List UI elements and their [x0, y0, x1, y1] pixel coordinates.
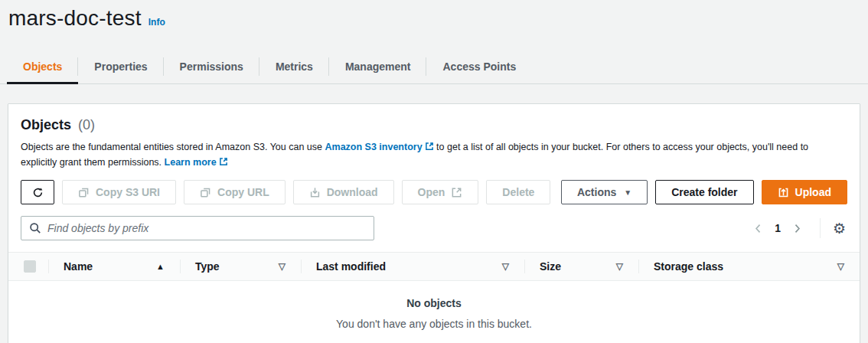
panel-title: Objects — [21, 117, 71, 132]
tab-access-points[interactable]: Access Points — [426, 51, 532, 83]
sort-icon: ▽ — [616, 261, 623, 272]
sort-icon: ▽ — [279, 261, 286, 272]
gear-icon: ⚙ — [833, 220, 846, 237]
select-all-cell — [8, 253, 48, 280]
preferences-button[interactable]: ⚙ — [831, 220, 847, 237]
toolbar: Copy S3 URI Copy URL Download Open Delet… — [8, 173, 860, 214]
open-button[interactable]: Open — [402, 180, 479, 204]
copy-s3-uri-button[interactable]: Copy S3 URI — [62, 180, 176, 204]
description-text: Objects are the fundamental entities sto… — [21, 142, 325, 152]
copy-icon — [200, 187, 211, 198]
caret-down-icon: ▼ — [624, 188, 631, 197]
search-box — [21, 216, 374, 240]
column-header-name[interactable]: Name ▲ — [48, 253, 180, 280]
external-link-icon — [425, 140, 434, 149]
sort-icon: ▽ — [502, 261, 509, 272]
search-input[interactable] — [21, 216, 374, 240]
table-header: Name ▲ Type ▽ Last modified ▽ Size ▽ Sto… — [8, 252, 860, 281]
copy-url-button[interactable]: Copy URL — [184, 180, 286, 204]
pagination-divider — [820, 218, 821, 238]
search-icon — [29, 222, 41, 234]
column-header-type[interactable]: Type ▽ — [180, 253, 301, 280]
refresh-icon — [32, 187, 44, 198]
tab-bar: Objects Properties Permissions Metrics M… — [0, 51, 868, 84]
column-header-storage-class[interactable]: Storage class ▽ — [638, 253, 860, 280]
pagination: 1 ⚙ — [748, 218, 847, 238]
actions-button[interactable]: Actions ▼ — [561, 180, 648, 204]
page-title: mars-doc-test — [8, 6, 142, 30]
create-folder-button[interactable]: Create folder — [655, 180, 753, 204]
object-count: (0) — [78, 117, 95, 132]
upload-button[interactable]: Upload — [762, 180, 847, 204]
sort-icon: ▽ — [837, 261, 844, 272]
info-link[interactable]: Info — [148, 17, 165, 28]
column-header-size[interactable]: Size ▽ — [524, 253, 638, 280]
download-icon — [309, 187, 321, 198]
tab-permissions[interactable]: Permissions — [164, 51, 259, 83]
refresh-button[interactable] — [21, 180, 54, 204]
filter-row: 1 ⚙ — [8, 214, 860, 252]
s3-inventory-link[interactable]: Amazon S3 inventory — [325, 142, 433, 152]
empty-state-message: You don't have any objects in this bucke… — [8, 318, 860, 330]
download-button[interactable]: Download — [293, 180, 394, 204]
next-page-button[interactable] — [788, 218, 808, 238]
learn-more-link[interactable]: Learn more — [165, 157, 228, 168]
chevron-left-icon — [753, 224, 763, 234]
empty-state-title: No objects — [8, 297, 860, 309]
select-all-checkbox[interactable] — [24, 260, 36, 273]
empty-state: No objects You don't have any objects in… — [8, 281, 860, 330]
sort-ascending-icon: ▲ — [156, 262, 165, 271]
tab-metrics[interactable]: Metrics — [259, 51, 329, 83]
external-link-icon — [451, 187, 462, 198]
tab-properties[interactable]: Properties — [78, 51, 163, 83]
previous-page-button[interactable] — [748, 218, 768, 238]
page-header: mars-doc-testInfo — [0, 0, 868, 31]
column-header-last-modified[interactable]: Last modified ▽ — [301, 253, 524, 280]
chevron-right-icon — [792, 224, 802, 234]
external-link-icon — [219, 155, 228, 165]
objects-panel: Objects (0) Objects are the fundamental … — [8, 103, 860, 343]
panel-description: Objects are the fundamental entities sto… — [21, 139, 844, 170]
current-page[interactable]: 1 — [768, 222, 788, 234]
copy-icon — [78, 187, 90, 198]
tab-objects[interactable]: Objects — [7, 51, 78, 83]
delete-button[interactable]: Delete — [486, 180, 550, 204]
upload-icon — [778, 187, 789, 198]
panel-header: Objects (0) Objects are the fundamental … — [8, 104, 860, 173]
tab-management[interactable]: Management — [329, 51, 427, 83]
